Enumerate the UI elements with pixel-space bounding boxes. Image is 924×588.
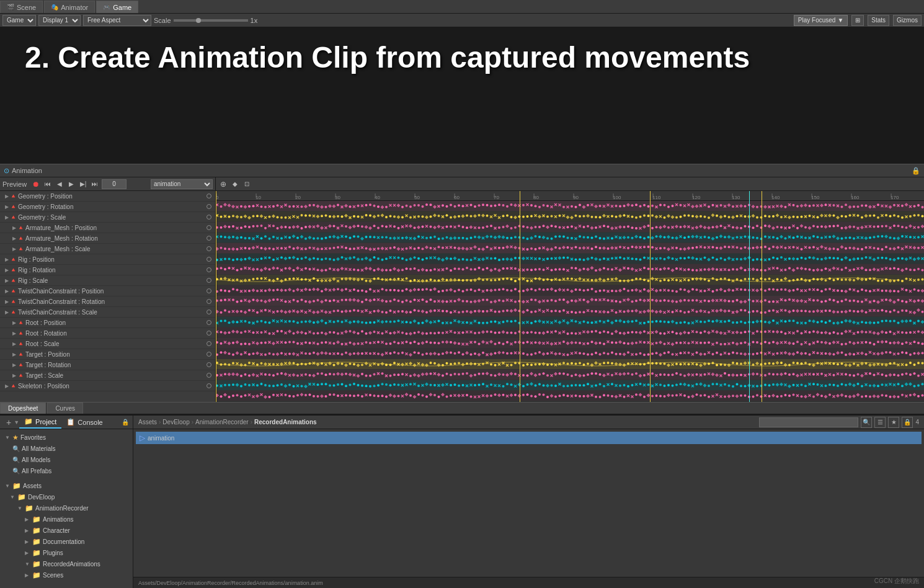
key-rotation-button[interactable]: ◆ [230,179,240,189]
track-expand-4[interactable]: ▶ [12,236,16,241]
star-btn[interactable]: ★ [888,417,899,428]
track-row-4[interactable]: ▶ 🔺 Armature_Mesh : Rotation [0,233,215,244]
track-expand-14[interactable]: ▶ [12,341,16,347]
track-row-3[interactable]: ▶ 🔺 Armature_Mesh : Position [0,223,215,233]
record-button[interactable]: ⏺ [31,179,41,189]
kf-row-8[interactable] [216,285,924,296]
play-focused-dropdown-icon[interactable]: ▼ [837,17,843,24]
filter-btn[interactable]: ☰ [874,417,886,428]
breadcrumb-animrec[interactable]: AnimationRecorder [195,419,249,425]
kf-row-9[interactable] [216,296,924,306]
animationrecorder-folder[interactable]: ▼📁AnimationRecorder [0,502,133,514]
key-position-button[interactable]: ⊕ [218,179,228,189]
add-button[interactable]: + [4,417,14,427]
kf-row-1[interactable] [216,212,924,222]
kf-row-16[interactable] [216,370,924,380]
kf-row-15[interactable] [216,359,924,370]
kf-row-18[interactable] [216,391,924,401]
track-expand-1[interactable]: ▶ [5,204,9,210]
playhead-line-4[interactable] [762,191,762,402]
track-expand-10[interactable]: ▶ [5,299,9,305]
track-expand-9[interactable]: ▶ [5,288,9,294]
aspect-select[interactable]: Free Aspect [83,15,151,26]
kf-row-11[interactable] [216,317,924,327]
track-row-7[interactable]: ▶ 🔺 Rig : Rotation [0,265,215,275]
dropdown-icon[interactable]: ▼ [14,419,19,425]
search-input[interactable] [759,417,858,427]
breadcrumb-recorded[interactable]: RecordedAnimations [254,419,317,425]
track-expand-11[interactable]: ▶ [5,310,9,315]
project-lock-icon[interactable]: 🔒 [122,419,129,425]
track-row-1[interactable]: ▶ 🔺 Geometry : Rotation [0,202,215,212]
prev-frame-button[interactable]: ◀ [55,179,64,189]
animation-file-item[interactable]: ▷ animation [136,432,922,444]
track-row-16[interactable]: ▶ 🔺 Target : Rotation [0,360,215,370]
track-expand-13[interactable]: ▶ [12,331,16,336]
recordedanimations-folder[interactable]: ▼📁RecordedAnimations [0,558,133,569]
track-expand-8[interactable]: ▶ [5,278,9,283]
track-expand-16[interactable]: ▶ [12,362,16,368]
track-expand-5[interactable]: ▶ [12,246,16,252]
track-expand-15[interactable]: ▶ [12,352,16,357]
kf-row-10[interactable] [216,306,924,317]
skip-start-button[interactable]: ⏮ [43,179,53,189]
tab-scene[interactable]: 🎬 Scene [0,1,43,13]
grid-button[interactable]: ⊞ [851,15,864,26]
key-scale-button[interactable]: ⊡ [242,179,252,189]
kf-row-7[interactable] [216,275,924,285]
stats-button[interactable]: Stats [868,15,889,26]
lock-icon[interactable]: 🔒 [912,167,920,175]
gizmos-button[interactable]: Gizmos [893,15,922,26]
kf-row-12[interactable] [216,327,924,338]
project-tab[interactable]: 📁 Project [19,416,61,429]
track-row-0[interactable]: ▶ 🔺 Geometry : Position [0,191,215,202]
skip-end-button[interactable]: ⏭ [90,179,100,189]
develoop-folder[interactable]: ▼📁DevEloop [0,491,133,502]
game-select[interactable]: Game [2,15,36,26]
kf-row-6[interactable] [216,264,924,275]
kf-row-13[interactable] [216,338,924,349]
assets-header[interactable]: ▼📁Assets [0,480,133,491]
play-button[interactable]: ▶ [66,179,76,189]
track-row-6[interactable]: ▶ 🔺 Rig : Position [0,254,215,265]
cyan-line[interactable] [749,191,750,402]
kf-row-3[interactable] [216,233,924,243]
breadcrumb-assets[interactable]: Assets [138,419,157,425]
kf-row-4[interactable] [216,243,924,254]
track-row-2[interactable]: ▶ 🔺 Geometry : Scale [0,212,215,223]
curves-tab[interactable]: Curves [47,403,83,414]
documentation-folder[interactable]: ▶📁Documentation [0,536,133,547]
track-row-12[interactable]: ▶ 🔺 Root : Position [0,318,215,328]
all-prefabs-item[interactable]: 🔍 All Prefabs [0,465,133,476]
frame-input[interactable]: 0 [102,179,127,189]
track-row-10[interactable]: ▶ 🔺 TwistChainConstraint : Rotation [0,296,215,307]
tab-animator[interactable]: 🎭 Animator [44,1,95,13]
kf-row-17[interactable] [216,380,924,391]
animations-folder[interactable]: ▶📁Animations [0,514,133,525]
track-row-13[interactable]: ▶ 🔺 Root : Rotation [0,328,215,339]
kf-row-2[interactable] [216,222,924,233]
favorites-section[interactable]: ▼ ★ Favorites [0,432,133,443]
track-expand-0[interactable]: ▶ [5,194,9,199]
play-focused-button[interactable]: Play Focused ▼ [794,15,848,26]
next-frame-button[interactable]: ▶| [78,179,88,189]
track-row-18[interactable]: ▶ 🔺 Skeleton : Position [0,381,215,391]
kf-row-5[interactable] [216,254,924,264]
track-row-9[interactable]: ▶ 🔺 TwistChainConstraint : Position [0,286,215,296]
kf-row-0[interactable] [216,201,924,212]
plugins-folder[interactable]: ▶📁Plugins [0,547,133,558]
dopesheet-tab[interactable]: Dopesheet [0,403,46,414]
playhead-line-2[interactable] [520,191,520,402]
track-row-17[interactable]: ▶ 🔺 Target : Scale [0,370,215,381]
track-expand-6[interactable]: ▶ [5,257,9,262]
track-row-11[interactable]: ▶ 🔺 TwistChainConstraint : Scale [0,307,215,318]
scale-slider[interactable] [174,19,248,22]
tab-game[interactable]: 🎮 Game [96,1,138,13]
track-expand-3[interactable]: ▶ [12,225,16,231]
search-icon-btn[interactable]: 🔍 [861,417,872,428]
breadcrumb-develoop[interactable]: DevEloop [162,419,189,425]
display-select[interactable]: Display 1 [38,15,81,26]
track-row-15[interactable]: ▶ 🔺 Target : Position [0,349,215,360]
console-tab[interactable]: 📋 Console [61,416,107,429]
track-row-5[interactable]: ▶ 🔺 Armature_Mesh : Scale [0,244,215,254]
